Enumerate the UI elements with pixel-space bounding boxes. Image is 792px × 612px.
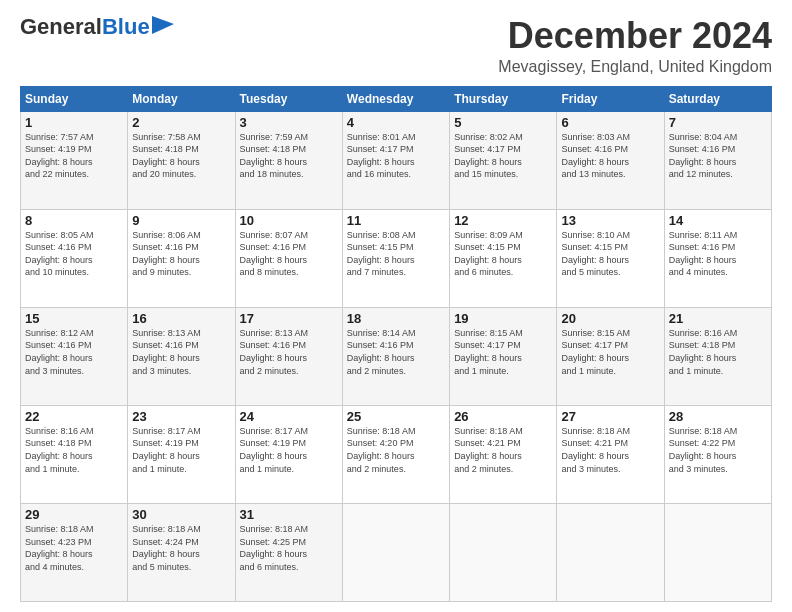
logo: GeneralBlue (20, 16, 174, 38)
day-number: 10 (240, 213, 338, 228)
logo-blue: Blue (102, 14, 150, 39)
day-number: 15 (25, 311, 123, 326)
table-row: 3Sunrise: 7:59 AMSunset: 4:18 PMDaylight… (235, 111, 342, 209)
day-number: 16 (132, 311, 230, 326)
table-row: 23Sunrise: 8:17 AMSunset: 4:19 PMDayligh… (128, 405, 235, 503)
table-row: 16Sunrise: 8:13 AMSunset: 4:16 PMDayligh… (128, 307, 235, 405)
day-info: Sunrise: 8:08 AMSunset: 4:15 PMDaylight:… (347, 229, 445, 279)
table-row: 11Sunrise: 8:08 AMSunset: 4:15 PMDayligh… (342, 209, 449, 307)
table-row: 14Sunrise: 8:11 AMSunset: 4:16 PMDayligh… (664, 209, 771, 307)
col-tuesday: Tuesday (235, 86, 342, 111)
logo-text: GeneralBlue (20, 16, 150, 38)
table-row: 17Sunrise: 8:13 AMSunset: 4:16 PMDayligh… (235, 307, 342, 405)
day-number: 17 (240, 311, 338, 326)
col-sunday: Sunday (21, 86, 128, 111)
day-info: Sunrise: 8:15 AMSunset: 4:17 PMDaylight:… (561, 327, 659, 377)
table-row: 21Sunrise: 8:16 AMSunset: 4:18 PMDayligh… (664, 307, 771, 405)
day-info: Sunrise: 8:11 AMSunset: 4:16 PMDaylight:… (669, 229, 767, 279)
day-info: Sunrise: 8:18 AMSunset: 4:21 PMDaylight:… (561, 425, 659, 475)
day-info: Sunrise: 8:18 AMSunset: 4:24 PMDaylight:… (132, 523, 230, 573)
header: GeneralBlue December 2024 Mevagissey, En… (20, 16, 772, 76)
day-number: 30 (132, 507, 230, 522)
table-row: 9Sunrise: 8:06 AMSunset: 4:16 PMDaylight… (128, 209, 235, 307)
table-row: 8Sunrise: 8:05 AMSunset: 4:16 PMDaylight… (21, 209, 128, 307)
col-saturday: Saturday (664, 86, 771, 111)
table-row: 26Sunrise: 8:18 AMSunset: 4:21 PMDayligh… (450, 405, 557, 503)
day-number: 22 (25, 409, 123, 424)
day-info: Sunrise: 8:10 AMSunset: 4:15 PMDaylight:… (561, 229, 659, 279)
svg-marker-0 (152, 16, 174, 34)
day-info: Sunrise: 8:18 AMSunset: 4:22 PMDaylight:… (669, 425, 767, 475)
day-number: 11 (347, 213, 445, 228)
week-row-5: 29Sunrise: 8:18 AMSunset: 4:23 PMDayligh… (21, 503, 772, 601)
table-row: 25Sunrise: 8:18 AMSunset: 4:20 PMDayligh… (342, 405, 449, 503)
day-info: Sunrise: 8:18 AMSunset: 4:23 PMDaylight:… (25, 523, 123, 573)
table-row: 2Sunrise: 7:58 AMSunset: 4:18 PMDaylight… (128, 111, 235, 209)
day-info: Sunrise: 8:17 AMSunset: 4:19 PMDaylight:… (132, 425, 230, 475)
day-number: 19 (454, 311, 552, 326)
table-row: 29Sunrise: 8:18 AMSunset: 4:23 PMDayligh… (21, 503, 128, 601)
day-number: 9 (132, 213, 230, 228)
table-row: 20Sunrise: 8:15 AMSunset: 4:17 PMDayligh… (557, 307, 664, 405)
table-row: 31Sunrise: 8:18 AMSunset: 4:25 PMDayligh… (235, 503, 342, 601)
col-thursday: Thursday (450, 86, 557, 111)
day-number: 8 (25, 213, 123, 228)
calendar-table: Sunday Monday Tuesday Wednesday Thursday… (20, 86, 772, 602)
day-info: Sunrise: 8:17 AMSunset: 4:19 PMDaylight:… (240, 425, 338, 475)
day-info: Sunrise: 8:07 AMSunset: 4:16 PMDaylight:… (240, 229, 338, 279)
table-row: 27Sunrise: 8:18 AMSunset: 4:21 PMDayligh… (557, 405, 664, 503)
table-row: 30Sunrise: 8:18 AMSunset: 4:24 PMDayligh… (128, 503, 235, 601)
day-number: 6 (561, 115, 659, 130)
table-row: 6Sunrise: 8:03 AMSunset: 4:16 PMDaylight… (557, 111, 664, 209)
day-info: Sunrise: 7:59 AMSunset: 4:18 PMDaylight:… (240, 131, 338, 181)
table-row: 13Sunrise: 8:10 AMSunset: 4:15 PMDayligh… (557, 209, 664, 307)
logo-arrow-icon (152, 16, 174, 34)
table-row: 1Sunrise: 7:57 AMSunset: 4:19 PMDaylight… (21, 111, 128, 209)
day-number: 13 (561, 213, 659, 228)
day-number: 29 (25, 507, 123, 522)
day-number: 31 (240, 507, 338, 522)
table-row: 24Sunrise: 8:17 AMSunset: 4:19 PMDayligh… (235, 405, 342, 503)
day-info: Sunrise: 8:02 AMSunset: 4:17 PMDaylight:… (454, 131, 552, 181)
day-number: 2 (132, 115, 230, 130)
col-friday: Friday (557, 86, 664, 111)
table-row (557, 503, 664, 601)
table-row: 15Sunrise: 8:12 AMSunset: 4:16 PMDayligh… (21, 307, 128, 405)
day-number: 4 (347, 115, 445, 130)
day-number: 24 (240, 409, 338, 424)
table-row: 18Sunrise: 8:14 AMSunset: 4:16 PMDayligh… (342, 307, 449, 405)
table-row: 22Sunrise: 8:16 AMSunset: 4:18 PMDayligh… (21, 405, 128, 503)
table-row: 5Sunrise: 8:02 AMSunset: 4:17 PMDaylight… (450, 111, 557, 209)
day-info: Sunrise: 8:13 AMSunset: 4:16 PMDaylight:… (240, 327, 338, 377)
week-row-4: 22Sunrise: 8:16 AMSunset: 4:18 PMDayligh… (21, 405, 772, 503)
day-number: 21 (669, 311, 767, 326)
day-number: 14 (669, 213, 767, 228)
col-monday: Monday (128, 86, 235, 111)
day-info: Sunrise: 8:09 AMSunset: 4:15 PMDaylight:… (454, 229, 552, 279)
col-wednesday: Wednesday (342, 86, 449, 111)
table-row: 19Sunrise: 8:15 AMSunset: 4:17 PMDayligh… (450, 307, 557, 405)
day-number: 27 (561, 409, 659, 424)
location-title: Mevagissey, England, United Kingdom (498, 58, 772, 76)
day-info: Sunrise: 8:01 AMSunset: 4:17 PMDaylight:… (347, 131, 445, 181)
day-number: 1 (25, 115, 123, 130)
table-row: 4Sunrise: 8:01 AMSunset: 4:17 PMDaylight… (342, 111, 449, 209)
day-number: 18 (347, 311, 445, 326)
week-row-1: 1Sunrise: 7:57 AMSunset: 4:19 PMDaylight… (21, 111, 772, 209)
week-row-3: 15Sunrise: 8:12 AMSunset: 4:16 PMDayligh… (21, 307, 772, 405)
table-row: 7Sunrise: 8:04 AMSunset: 4:16 PMDaylight… (664, 111, 771, 209)
day-info: Sunrise: 7:58 AMSunset: 4:18 PMDaylight:… (132, 131, 230, 181)
day-info: Sunrise: 7:57 AMSunset: 4:19 PMDaylight:… (25, 131, 123, 181)
day-info: Sunrise: 8:13 AMSunset: 4:16 PMDaylight:… (132, 327, 230, 377)
table-row (342, 503, 449, 601)
table-row: 12Sunrise: 8:09 AMSunset: 4:15 PMDayligh… (450, 209, 557, 307)
calendar-header-row: Sunday Monday Tuesday Wednesday Thursday… (21, 86, 772, 111)
table-row (664, 503, 771, 601)
day-number: 25 (347, 409, 445, 424)
month-title: December 2024 (498, 16, 772, 56)
day-info: Sunrise: 8:18 AMSunset: 4:20 PMDaylight:… (347, 425, 445, 475)
day-number: 20 (561, 311, 659, 326)
logo-general: General (20, 14, 102, 39)
week-row-2: 8Sunrise: 8:05 AMSunset: 4:16 PMDaylight… (21, 209, 772, 307)
day-info: Sunrise: 8:18 AMSunset: 4:21 PMDaylight:… (454, 425, 552, 475)
